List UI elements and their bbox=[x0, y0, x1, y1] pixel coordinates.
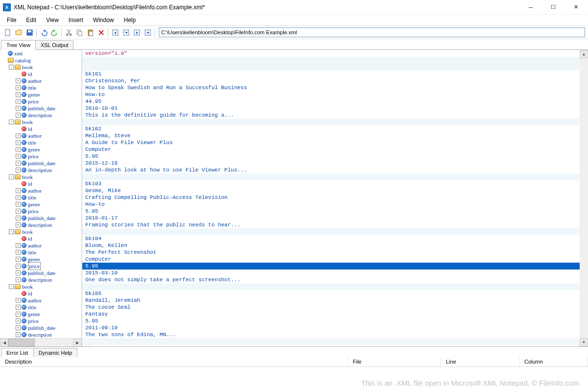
expand-icon[interactable]: + bbox=[16, 325, 21, 330]
tree-hscroll-left[interactable]: ◀ bbox=[0, 339, 8, 346]
nudge-right-icon[interactable] bbox=[132, 27, 142, 37]
node-label[interactable]: publish_date bbox=[28, 270, 55, 276]
tree-node[interactable]: −book bbox=[0, 283, 81, 290]
tree-node[interactable]: +publish_date bbox=[0, 270, 81, 276]
tree-node[interactable]: +author bbox=[0, 297, 81, 304]
tree-node[interactable]: +description bbox=[0, 276, 81, 283]
expand-icon[interactable]: + bbox=[16, 318, 21, 323]
node-label[interactable]: book bbox=[22, 283, 33, 290]
node-label[interactable]: id bbox=[28, 180, 32, 187]
node-label[interactable]: catalog bbox=[15, 57, 31, 64]
value-cell[interactable]: bk101 bbox=[82, 71, 588, 77]
tree-node[interactable]: −book bbox=[0, 64, 81, 71]
tree-node[interactable]: −book bbox=[0, 119, 81, 125]
value-scrollbar[interactable]: ▲ ▼ bbox=[580, 50, 588, 346]
expand-icon[interactable]: + bbox=[16, 85, 21, 90]
expand-icon[interactable]: + bbox=[16, 154, 21, 159]
menu-file[interactable]: File bbox=[3, 16, 20, 24]
expand-icon[interactable]: + bbox=[16, 243, 21, 248]
value-cell[interactable]: Crafting Compelling Public-Access Televi… bbox=[82, 194, 588, 201]
tree-node[interactable]: +author bbox=[0, 187, 81, 194]
node-label[interactable]: id bbox=[28, 235, 32, 242]
expand-icon[interactable]: + bbox=[16, 99, 21, 104]
col-description[interactable]: Description bbox=[0, 357, 348, 367]
node-label[interactable]: publish_date bbox=[28, 215, 55, 221]
value-cell[interactable] bbox=[82, 64, 588, 71]
value-cell[interactable]: Framing stories that the public needs to… bbox=[82, 221, 588, 228]
value-cell[interactable]: Gesme, Mike bbox=[82, 187, 588, 194]
value-cell[interactable]: bk104 bbox=[82, 235, 588, 242]
tree-node[interactable]: +title bbox=[0, 304, 81, 311]
open-file-icon[interactable] bbox=[14, 27, 24, 37]
node-label[interactable]: description bbox=[28, 221, 52, 228]
value-cell[interactable]: 2018-01-17 bbox=[82, 215, 588, 221]
node-label[interactable]: xml bbox=[14, 50, 23, 57]
expand-icon[interactable]: + bbox=[16, 264, 21, 269]
node-label[interactable]: publish_date bbox=[28, 105, 55, 112]
value-cell[interactable]: One does not simply take a perfect scree… bbox=[82, 276, 588, 283]
tree-node[interactable]: +genre bbox=[0, 311, 81, 318]
expand-icon[interactable]: + bbox=[16, 270, 21, 275]
expand-icon[interactable]: + bbox=[16, 305, 21, 310]
tree-node[interactable]: id bbox=[0, 290, 81, 297]
tab-error-list[interactable]: Error List bbox=[1, 348, 34, 358]
save-icon[interactable] bbox=[24, 27, 34, 37]
expand-icon[interactable]: + bbox=[16, 312, 21, 317]
tree-node[interactable]: +genre bbox=[0, 91, 81, 98]
collapse-icon[interactable]: − bbox=[9, 174, 14, 179]
value-cell[interactable]: Mellema, Steve bbox=[82, 132, 588, 139]
expand-icon[interactable]: + bbox=[16, 92, 21, 97]
value-cell[interactable]: 2015-12-16 bbox=[82, 160, 588, 167]
tree-node[interactable]: id bbox=[0, 180, 81, 187]
node-label[interactable]: price bbox=[28, 98, 39, 105]
value-cell[interactable]: Christensson, Per bbox=[82, 77, 588, 84]
expand-icon[interactable]: + bbox=[16, 147, 21, 152]
value-pane[interactable]: version="1.0" bk101Christensson, PerHow … bbox=[82, 50, 588, 346]
cut-icon[interactable] bbox=[64, 27, 74, 37]
tree-node[interactable]: id bbox=[0, 235, 81, 242]
tab-dynamic-help[interactable]: Dynamic Help bbox=[33, 348, 77, 357]
expand-icon[interactable]: + bbox=[16, 332, 21, 337]
expand-icon[interactable]: + bbox=[16, 78, 21, 83]
tree-node[interactable]: id bbox=[0, 71, 81, 77]
node-label[interactable]: genre bbox=[28, 311, 40, 318]
node-label[interactable]: author bbox=[28, 187, 42, 194]
value-cell[interactable]: Fantasy bbox=[82, 311, 588, 318]
expand-icon[interactable]: + bbox=[16, 161, 21, 166]
node-label[interactable]: description bbox=[28, 276, 52, 283]
minimize-button[interactable]: ─ bbox=[519, 0, 542, 15]
node-label[interactable]: title bbox=[28, 139, 36, 146]
node-label[interactable]: book bbox=[22, 119, 33, 125]
value-cell[interactable]: 2010-10-01 bbox=[82, 105, 588, 112]
tree-node[interactable]: +publish_date bbox=[0, 105, 81, 112]
expand-icon[interactable]: + bbox=[16, 195, 21, 200]
nudge-up-icon[interactable] bbox=[143, 27, 152, 37]
tree-node[interactable]: +publish_date bbox=[0, 324, 81, 331]
col-file[interactable]: File bbox=[348, 357, 441, 367]
node-label[interactable]: price bbox=[28, 208, 39, 215]
node-label[interactable]: book bbox=[22, 64, 33, 71]
collapse-icon[interactable]: − bbox=[9, 229, 14, 234]
node-label[interactable]: genre bbox=[28, 201, 40, 208]
value-cell[interactable]: Computer bbox=[82, 146, 588, 153]
node-label[interactable]: publish_date bbox=[28, 324, 55, 331]
tree-node[interactable]: +title bbox=[0, 194, 81, 201]
tree-node[interactable]: +title bbox=[0, 84, 81, 91]
node-label[interactable]: genre bbox=[28, 256, 40, 263]
tree-node[interactable]: +genre bbox=[0, 146, 81, 153]
nudge-down-icon[interactable] bbox=[121, 27, 131, 37]
tree-node[interactable]: −book bbox=[0, 173, 81, 180]
menu-help[interactable]: Help bbox=[120, 16, 140, 24]
tree-node[interactable]: −book bbox=[0, 228, 81, 235]
expand-icon[interactable]: + bbox=[16, 257, 21, 262]
collapse-icon[interactable]: − bbox=[9, 284, 14, 289]
value-cell[interactable]: Bloom, Kellen bbox=[82, 242, 588, 249]
node-label[interactable]: genre bbox=[28, 91, 40, 98]
tree-node[interactable]: +genre bbox=[0, 201, 81, 208]
value-scroll-down[interactable]: ▼ bbox=[580, 338, 588, 346]
node-label[interactable]: title bbox=[28, 84, 36, 91]
tree-pane[interactable]: xmlcatalog−bookid+author+title+genre+pri… bbox=[0, 50, 82, 346]
value-cell[interactable] bbox=[82, 283, 588, 290]
new-file-icon[interactable] bbox=[3, 27, 13, 37]
value-cell[interactable]: The Loose Seal bbox=[82, 304, 588, 311]
